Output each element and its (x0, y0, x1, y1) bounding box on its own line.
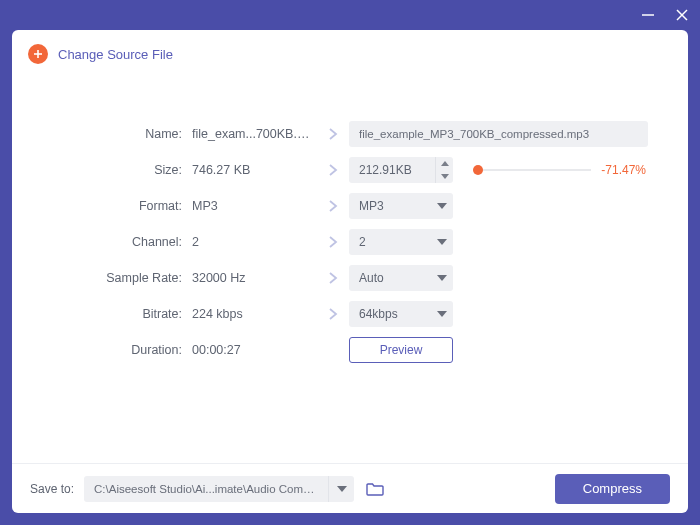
arrow-icon (317, 307, 349, 321)
svg-marker-6 (441, 174, 449, 179)
output-size-spinner[interactable]: 212.91KB (349, 157, 453, 183)
svg-marker-9 (437, 275, 447, 281)
arrow-icon (317, 235, 349, 249)
size-value: 746.27 KB (192, 163, 317, 177)
format-value: MP3 (192, 199, 317, 213)
bitrate-select-value: 64kbps (349, 307, 431, 321)
open-folder-button[interactable] (364, 478, 386, 500)
output-name-input[interactable] (349, 121, 648, 147)
format-select-value: MP3 (349, 199, 431, 213)
chevron-down-icon (431, 239, 453, 245)
svg-marker-5 (441, 161, 449, 166)
size-slider-thumb[interactable] (473, 165, 483, 175)
sample-rate-label: Sample Rate: (52, 271, 192, 285)
change-source-icon[interactable] (28, 44, 48, 64)
channel-label: Channel: (52, 235, 192, 249)
name-value: file_exam...700KB.mp3 (192, 127, 317, 141)
preview-button[interactable]: Preview (349, 337, 453, 363)
channel-value: 2 (192, 235, 317, 249)
svg-marker-10 (437, 311, 447, 317)
save-path-value: C:\Aiseesoft Studio\Ai...imate\Audio Com… (84, 483, 328, 495)
save-path-select[interactable]: C:\Aiseesoft Studio\Ai...imate\Audio Com… (84, 476, 354, 502)
chevron-down-icon[interactable] (328, 476, 354, 502)
size-percent: -71.47% (601, 163, 648, 177)
sample-rate-select-value: Auto (349, 271, 431, 285)
size-down-button[interactable] (436, 170, 453, 183)
chevron-down-icon (431, 311, 453, 317)
chevron-down-icon (431, 275, 453, 281)
bitrate-value: 224 kbps (192, 307, 317, 321)
sample-rate-value: 32000 Hz (192, 271, 317, 285)
format-label: Format: (52, 199, 192, 213)
svg-marker-11 (337, 486, 347, 492)
sample-rate-select[interactable]: Auto (349, 265, 453, 291)
change-source-label[interactable]: Change Source File (58, 47, 173, 62)
save-to-label: Save to: (30, 482, 74, 496)
arrow-icon (317, 271, 349, 285)
bitrate-select[interactable]: 64kbps (349, 301, 453, 327)
compress-button[interactable]: Compress (555, 474, 670, 504)
size-slider[interactable] (473, 169, 591, 171)
name-label: Name: (52, 127, 192, 141)
svg-marker-8 (437, 239, 447, 245)
format-select[interactable]: MP3 (349, 193, 453, 219)
close-button[interactable] (674, 7, 690, 23)
arrow-icon (317, 127, 349, 141)
duration-value: 00:00:27 (192, 343, 317, 357)
output-size-value: 212.91KB (349, 163, 435, 177)
svg-marker-7 (437, 203, 447, 209)
size-up-button[interactable] (436, 157, 453, 170)
bitrate-label: Bitrate: (52, 307, 192, 321)
duration-label: Duration: (52, 343, 192, 357)
minimize-button[interactable] (640, 7, 656, 23)
channel-select[interactable]: 2 (349, 229, 453, 255)
chevron-down-icon (431, 203, 453, 209)
arrow-icon (317, 199, 349, 213)
arrow-icon (317, 163, 349, 177)
channel-select-value: 2 (349, 235, 431, 249)
size-label: Size: (52, 163, 192, 177)
